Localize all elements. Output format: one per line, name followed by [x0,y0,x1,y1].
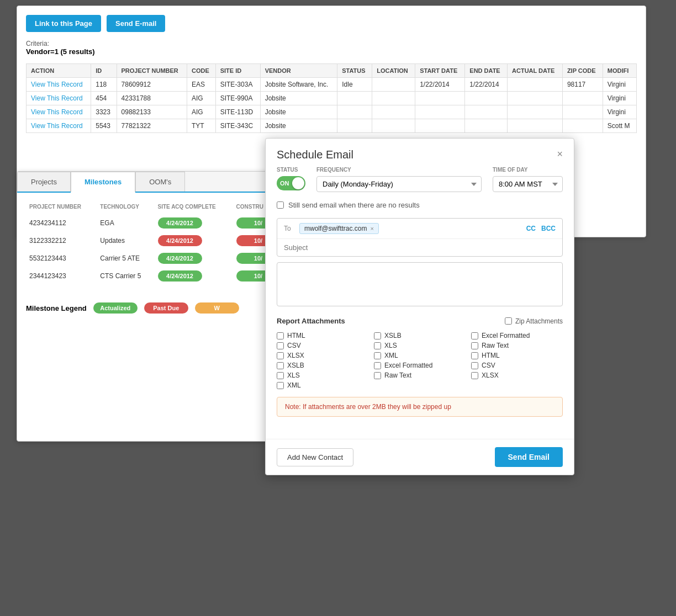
attachment-checkbox[interactable] [374,332,381,339]
status-toggle[interactable]: ON [277,176,305,190]
attachment-checkbox[interactable] [471,352,478,359]
table-cell [337,92,372,105]
attachment-label: XML [384,352,398,359]
table-cell [465,105,508,119]
add-contact-button[interactable]: Add New Contact [277,448,353,466]
zip-checkbox[interactable] [505,317,512,325]
bcc-link[interactable]: BCC [541,225,556,232]
tab-ooms[interactable]: OOM's [135,172,185,192]
table-cell: 1/22/2014 [465,78,508,92]
table-cell [415,119,465,133]
attachment-checkbox[interactable] [374,372,381,379]
table-cell [415,105,465,119]
table-cell: 09882133 [117,105,187,119]
attachment-checkbox[interactable] [374,352,381,359]
table-cell: SITE-990A [215,92,260,105]
attachment-option: HTML [277,332,368,339]
attachment-checkbox[interactable] [277,382,284,389]
col-actual-date: ACTUAL DATE [508,64,563,78]
site-acq-badge: 4/24/2012 [158,235,202,246]
table-cell: 5543 [91,119,117,133]
send-email-button[interactable]: Send E-mail [107,15,165,32]
criteria-value: Vendor=1 (5 results) [26,47,637,56]
table-cell [337,119,372,133]
col-start-date: START DATE [415,64,465,78]
table-cell: SITE-343C [215,119,260,133]
milestone-row: 5532123443Carrier 5 ATE4/24/201210/ [26,249,294,267]
col-id: ID [91,64,117,78]
table-cell: Jobsite [260,105,337,119]
subject-input[interactable] [284,243,556,252]
m-col-project: PROJECT NUMBER [26,201,97,214]
milestone-row: 3122332212Updates4/24/201210/ [26,232,294,249]
cc-bcc-links: CC BCC [526,225,556,232]
legend-actualized: Actualized [93,302,138,314]
schedule-email-modal: Schedule Email × STATUS ON FREQUENCY Dai… [265,138,574,475]
tab-projects[interactable]: Projects [17,172,71,192]
table-cell: AIG [187,105,216,119]
time-select[interactable]: 8:00 AM MST 9:00 AM MST 10:00 AM MST [493,176,563,192]
attachment-checkbox[interactable] [471,342,478,349]
attachment-checkbox[interactable] [277,372,284,379]
status-label: STATUS [277,167,305,173]
attachment-checkbox[interactable] [471,372,478,379]
attachments-title: Report Attachments [277,317,345,325]
technology-cell: CTS Carrier 5 [97,267,154,285]
attachment-label: HTML [482,352,500,359]
attachment-label: XSLB [384,332,402,339]
table-cell: SITE-113D [215,105,260,119]
frequency-label: FREQUENCY [316,167,482,173]
attachment-checkbox[interactable] [277,362,284,369]
milestone-row: 4234234112EGA4/24/201210/ [26,214,294,232]
attachment-checkbox[interactable] [277,342,284,349]
technology-cell: Carrier 5 ATE [97,249,154,267]
table-cell [562,105,603,119]
attachment-option: XLS [374,342,466,349]
send-email-button[interactable]: Send Email [495,447,563,467]
site-acq-badge: 4/24/2012 [158,270,202,282]
cc-link[interactable]: CC [526,225,536,232]
modal-close-button[interactable]: × [557,148,563,160]
attachment-checkbox[interactable] [277,352,284,359]
remove-email-button[interactable]: × [371,225,374,232]
attachment-checkbox[interactable] [374,362,381,369]
attachment-option: CSV [277,342,368,349]
email-to-row: To mwolf@swifttrac.com × CC BCC [277,219,562,239]
attachment-label: Raw Text [384,371,411,379]
table-cell: 98117 [562,78,603,92]
attachment-checkbox[interactable] [471,362,478,369]
table-cell: SITE-303A [215,78,260,92]
attachment-checkbox[interactable] [374,342,381,349]
no-results-checkbox[interactable] [277,201,284,209]
attachment-checkbox[interactable] [471,332,478,339]
attachment-option: XML [374,352,466,359]
table-cell: 77821322 [117,119,187,133]
legend-warning: W [195,302,239,314]
attachment-option: XLSX [471,371,563,379]
table-cell: Virgini [603,92,636,105]
milestones-content: PROJECT NUMBER TECHNOLOGY SITE ACQ COMPL… [17,193,303,294]
attachment-checkbox[interactable] [277,332,284,339]
table-cell: Idle [337,78,372,92]
view-record-link[interactable]: View This Record [31,94,83,102]
table-cell: EAS [187,78,216,92]
milestone-legend: Milestone Legend Actualized Past Due W [17,294,303,322]
frequency-select[interactable]: Daily (Monday-Friday) Weekly Monthly [316,176,482,192]
col-status: STATUS [337,64,372,78]
view-record-link[interactable]: View This Record [31,81,83,88]
legend-past-due: Past Due [144,302,188,314]
tab-milestones[interactable]: Milestones [71,172,135,193]
table-cell [372,105,415,119]
frequency-field: FREQUENCY Daily (Monday-Friday) Weekly M… [316,167,482,192]
view-record-link[interactable]: View This Record [31,108,83,116]
attachment-option: HTML [471,352,563,359]
table-cell: Jobsite Software, Inc. [260,78,337,92]
email-body[interactable] [277,262,563,306]
subject-row [277,239,562,256]
attachment-label: XSLB [287,362,304,369]
status-field: STATUS ON [277,167,305,190]
view-record-link[interactable]: View This Record [31,122,83,130]
table-cell [465,92,508,105]
toggle-container[interactable]: ON [277,176,305,190]
link-page-button[interactable]: Link to this Page [26,15,101,32]
